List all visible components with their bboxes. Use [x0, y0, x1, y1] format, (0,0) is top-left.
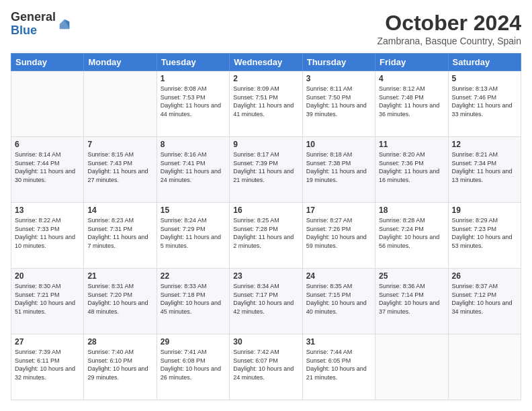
table-row: 2Sunrise: 8:09 AM Sunset: 7:51 PM Daylig…: [230, 71, 302, 137]
table-row: 26Sunrise: 8:37 AM Sunset: 7:12 PM Dayli…: [448, 269, 521, 334]
day-info: Sunrise: 8:16 AM Sunset: 7:41 PM Dayligh…: [161, 150, 226, 184]
day-number: 2: [233, 74, 298, 83]
day-number: 28: [87, 337, 152, 347]
day-info: Sunrise: 8:09 AM Sunset: 7:51 PM Dayligh…: [233, 85, 298, 118]
table-row: 17Sunrise: 8:27 AM Sunset: 7:26 PM Dayli…: [302, 203, 375, 269]
day-info: Sunrise: 8:21 AM Sunset: 7:34 PM Dayligh…: [452, 150, 517, 184]
table-row: 30Sunrise: 7:42 AM Sunset: 6:07 PM Dayli…: [230, 334, 302, 400]
day-info: Sunrise: 8:24 AM Sunset: 7:29 PM Dayligh…: [161, 216, 226, 250]
day-number: 14: [87, 205, 152, 215]
location-subtitle: Zambrana, Basque Country, Spain: [377, 36, 521, 46]
table-row: 19Sunrise: 8:29 AM Sunset: 7:23 PM Dayli…: [448, 203, 521, 269]
logo-icon: [57, 17, 72, 32]
col-thursday: Thursday: [302, 54, 375, 71]
table-row: 24Sunrise: 8:35 AM Sunset: 7:15 PM Dayli…: [302, 269, 375, 334]
day-number: 13: [15, 205, 80, 215]
day-number: 18: [379, 205, 444, 215]
day-number: 10: [306, 140, 371, 149]
logo-general-text: General: [11, 11, 56, 24]
day-number: 4: [379, 74, 444, 83]
calendar-header-row: Sunday Monday Tuesday Wednesday Thursday…: [11, 54, 521, 71]
day-number: 12: [452, 140, 517, 149]
day-info: Sunrise: 8:29 AM Sunset: 7:23 PM Dayligh…: [452, 216, 517, 250]
logo-blue-text: Blue: [11, 24, 56, 38]
table-row: [84, 71, 157, 137]
day-number: 6: [15, 140, 80, 149]
header: General Blue October 2024 Zambrana, Basq…: [11, 11, 521, 46]
day-info: Sunrise: 8:20 AM Sunset: 7:36 PM Dayligh…: [379, 150, 444, 184]
table-row: [448, 334, 521, 400]
day-info: Sunrise: 8:12 AM Sunset: 7:48 PM Dayligh…: [379, 85, 444, 118]
day-info: Sunrise: 8:33 AM Sunset: 7:18 PM Dayligh…: [161, 282, 226, 316]
month-title: October 2024: [377, 11, 521, 36]
day-info: Sunrise: 8:30 AM Sunset: 7:21 PM Dayligh…: [15, 282, 80, 316]
table-row: 5Sunrise: 8:13 AM Sunset: 7:46 PM Daylig…: [448, 71, 521, 137]
day-number: 26: [452, 271, 517, 281]
table-row: 6Sunrise: 8:14 AM Sunset: 7:44 PM Daylig…: [11, 137, 84, 203]
day-number: 5: [452, 74, 517, 83]
day-info: Sunrise: 8:25 AM Sunset: 7:28 PM Dayligh…: [233, 216, 298, 250]
day-number: 19: [452, 205, 517, 215]
table-row: 15Sunrise: 8:24 AM Sunset: 7:29 PM Dayli…: [157, 203, 229, 269]
page: General Blue October 2024 Zambrana, Basq…: [0, 0, 532, 411]
col-sunday: Sunday: [11, 54, 84, 71]
table-row: 21Sunrise: 8:31 AM Sunset: 7:20 PM Dayli…: [84, 269, 157, 334]
day-number: 8: [161, 140, 226, 149]
calendar-table: Sunday Monday Tuesday Wednesday Thursday…: [11, 53, 521, 400]
day-info: Sunrise: 7:42 AM Sunset: 6:07 PM Dayligh…: [233, 348, 298, 381]
table-row: [11, 71, 84, 137]
table-row: 4Sunrise: 8:12 AM Sunset: 7:48 PM Daylig…: [375, 71, 448, 137]
day-info: Sunrise: 7:39 AM Sunset: 6:11 PM Dayligh…: [15, 348, 80, 381]
day-number: 11: [379, 140, 444, 149]
day-number: 24: [306, 271, 371, 281]
day-info: Sunrise: 8:17 AM Sunset: 7:39 PM Dayligh…: [233, 150, 298, 184]
day-info: Sunrise: 8:22 AM Sunset: 7:33 PM Dayligh…: [15, 216, 80, 250]
week-row-3: 20Sunrise: 8:30 AM Sunset: 7:21 PM Dayli…: [11, 269, 521, 334]
day-number: 15: [161, 205, 226, 215]
day-info: Sunrise: 8:27 AM Sunset: 7:26 PM Dayligh…: [306, 216, 371, 250]
table-row: 22Sunrise: 8:33 AM Sunset: 7:18 PM Dayli…: [157, 269, 229, 334]
day-info: Sunrise: 8:36 AM Sunset: 7:14 PM Dayligh…: [379, 282, 444, 316]
table-row: 16Sunrise: 8:25 AM Sunset: 7:28 PM Dayli…: [230, 203, 302, 269]
day-info: Sunrise: 8:18 AM Sunset: 7:38 PM Dayligh…: [306, 150, 371, 184]
table-row: 11Sunrise: 8:20 AM Sunset: 7:36 PM Dayli…: [375, 137, 448, 203]
day-info: Sunrise: 8:35 AM Sunset: 7:15 PM Dayligh…: [306, 282, 371, 316]
day-info: Sunrise: 8:34 AM Sunset: 7:17 PM Dayligh…: [233, 282, 298, 316]
table-row: 25Sunrise: 8:36 AM Sunset: 7:14 PM Dayli…: [375, 269, 448, 334]
table-row: 20Sunrise: 8:30 AM Sunset: 7:21 PM Dayli…: [11, 269, 84, 334]
table-row: 1Sunrise: 8:08 AM Sunset: 7:53 PM Daylig…: [157, 71, 229, 137]
table-row: [375, 334, 448, 400]
week-row-4: 27Sunrise: 7:39 AM Sunset: 6:11 PM Dayli…: [11, 334, 521, 400]
col-wednesday: Wednesday: [230, 54, 302, 71]
col-friday: Friday: [375, 54, 448, 71]
day-info: Sunrise: 7:40 AM Sunset: 6:10 PM Dayligh…: [87, 348, 152, 381]
table-row: 9Sunrise: 8:17 AM Sunset: 7:39 PM Daylig…: [230, 137, 302, 203]
day-info: Sunrise: 8:13 AM Sunset: 7:46 PM Dayligh…: [452, 85, 517, 118]
day-info: Sunrise: 8:23 AM Sunset: 7:31 PM Dayligh…: [87, 216, 152, 250]
day-number: 7: [87, 140, 152, 149]
day-info: Sunrise: 8:14 AM Sunset: 7:44 PM Dayligh…: [15, 150, 80, 184]
week-row-2: 13Sunrise: 8:22 AM Sunset: 7:33 PM Dayli…: [11, 203, 521, 269]
table-row: 7Sunrise: 8:15 AM Sunset: 7:43 PM Daylig…: [84, 137, 157, 203]
day-number: 29: [161, 337, 226, 347]
day-info: Sunrise: 8:08 AM Sunset: 7:53 PM Dayligh…: [161, 85, 226, 118]
table-row: 3Sunrise: 8:11 AM Sunset: 7:50 PM Daylig…: [302, 71, 375, 137]
table-row: 31Sunrise: 7:44 AM Sunset: 6:05 PM Dayli…: [302, 334, 375, 400]
table-row: 23Sunrise: 8:34 AM Sunset: 7:17 PM Dayli…: [230, 269, 302, 334]
week-row-1: 6Sunrise: 8:14 AM Sunset: 7:44 PM Daylig…: [11, 137, 521, 203]
day-info: Sunrise: 8:37 AM Sunset: 7:12 PM Dayligh…: [452, 282, 517, 316]
day-number: 17: [306, 205, 371, 215]
table-row: 8Sunrise: 8:16 AM Sunset: 7:41 PM Daylig…: [157, 137, 229, 203]
col-tuesday: Tuesday: [157, 54, 229, 71]
logo: General Blue: [11, 11, 72, 38]
day-number: 16: [233, 205, 298, 215]
day-number: 30: [233, 337, 298, 347]
day-number: 20: [15, 271, 80, 281]
day-info: Sunrise: 8:28 AM Sunset: 7:24 PM Dayligh…: [379, 216, 444, 250]
title-block: October 2024 Zambrana, Basque Country, S…: [377, 11, 521, 46]
day-number: 25: [379, 271, 444, 281]
table-row: 12Sunrise: 8:21 AM Sunset: 7:34 PM Dayli…: [448, 137, 521, 203]
day-number: 31: [306, 337, 371, 347]
day-number: 3: [306, 74, 371, 83]
table-row: 28Sunrise: 7:40 AM Sunset: 6:10 PM Dayli…: [84, 334, 157, 400]
